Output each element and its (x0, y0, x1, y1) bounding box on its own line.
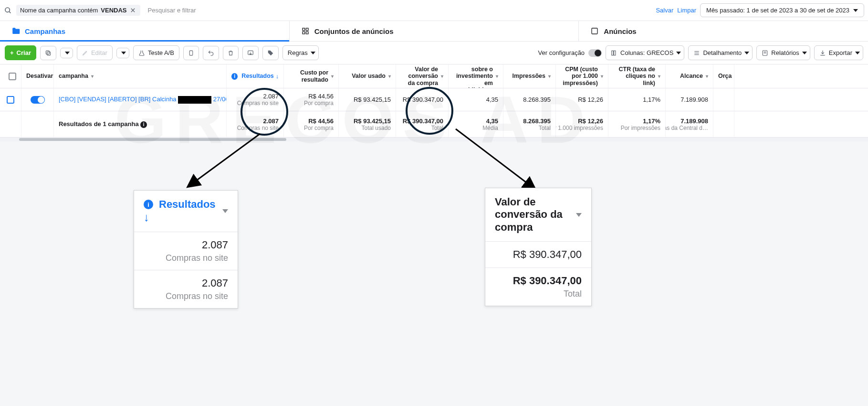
edit-dropdown[interactable] (116, 48, 129, 58)
svg-rect-13 (612, 51, 614, 55)
callout-value: R$ 390.347,00 (495, 248, 582, 261)
caret-down-icon (802, 52, 807, 54)
view-config-toggle[interactable] (588, 49, 602, 57)
filter-chip-value: VENDAS (101, 7, 126, 14)
toolbar: + Criar Editar Teste A/B Regras Ver conf… (0, 42, 868, 64)
tab-campaigns[interactable]: Campanhas (0, 21, 290, 41)
button-label: Regras (288, 49, 308, 56)
footer-roas: 4,35 Média (449, 111, 503, 137)
caret-down-icon (222, 209, 228, 213)
tab-label: Anúncios (604, 27, 636, 35)
campaign-name[interactable]: [CBO] [VENDAS] [ABERTO] [BR] Calcinha 27… (54, 88, 227, 111)
clear-filters-link[interactable]: Limpar (677, 7, 696, 14)
date-range-picker[interactable]: Mês passado: 1 de set de 2023 a 30 de se… (700, 3, 864, 17)
header-results[interactable]: i Resultados ↓ (227, 64, 284, 88)
button-label: Relatórios (771, 49, 799, 56)
filter-chip-campaign-name[interactable]: Nome da campanha contém VENDAS (16, 5, 140, 16)
cell-results: 2.087 Compras no site (227, 88, 284, 111)
button-label: Exportar (829, 49, 852, 56)
cell-spend: R$ 93.425,15 (339, 88, 396, 111)
footer-conv: R$ 390.347,00 Total (396, 111, 449, 137)
button-label: Editar (91, 49, 107, 56)
folder-icon (11, 27, 20, 35)
callout-sub: Total (495, 289, 582, 299)
entity-tabs: Campanhas Conjuntos de anúncios Anúncios (0, 21, 868, 42)
breakdown-button[interactable]: Detalhamento (688, 45, 753, 60)
svg-rect-4 (303, 28, 305, 31)
caret-down-icon (65, 52, 70, 54)
abtest-button[interactable]: Teste A/B (133, 45, 179, 60)
svg-rect-8 (592, 28, 597, 34)
horizontal-scrollbar[interactable] (0, 138, 868, 141)
header-impressions[interactable]: Impressões▾ (503, 64, 556, 88)
undo-button[interactable] (203, 46, 219, 60)
callout-title: Resultados (159, 198, 216, 211)
header-ctr[interactable]: CTR (taxa de cliques no link)▾ (608, 64, 666, 88)
export-data-button[interactable] (242, 46, 259, 60)
cell-impressions: 8.268.395 (503, 88, 556, 111)
caret-down-icon (676, 52, 681, 54)
tab-adsets[interactable]: Conjuntos de anúncios (290, 21, 579, 41)
sort-icon: ▾ (91, 74, 94, 79)
header-roas[interactable]: Retorno sobre o investimento em publicid… (449, 64, 503, 88)
columns-button[interactable]: Colunas: GRECOS (606, 45, 684, 60)
header-cost-per-result[interactable]: Custo por resultado▾ (284, 64, 339, 88)
header-amount-spent[interactable]: Valor usado▾ (339, 64, 396, 88)
redacted (178, 96, 211, 104)
table-footer: Resultados de 1 campanha i 2.087 Compras… (0, 111, 868, 138)
header-cpm[interactable]: CPM (custo por 1.000 impressões)▾ (556, 64, 608, 88)
cell-reach: 7.189.908 (666, 88, 713, 111)
duplicate-button[interactable] (40, 46, 56, 60)
button-label: Teste A/B (148, 49, 174, 56)
tab-ads[interactable]: Anúncios (579, 21, 868, 41)
tab-label: Campanhas (25, 27, 65, 35)
svg-rect-10 (46, 51, 49, 54)
button-label: Criar (17, 49, 31, 56)
copy-button[interactable] (183, 46, 199, 60)
ad-icon (590, 27, 599, 35)
button-label: Detalhamento (703, 49, 742, 56)
cell-cpm: R$ 12,26 (556, 88, 608, 111)
info-icon: i (231, 73, 238, 80)
export-button[interactable]: Exportar (814, 45, 863, 60)
header-reach[interactable]: Alcance▾ (666, 64, 713, 88)
date-range-label: Mês passado: 1 de set de 2023 a 30 de se… (706, 7, 849, 14)
search-input[interactable]: Pesquisar e filtrar (144, 7, 652, 14)
cell-cpr: R$ 44,56 Por compra (284, 88, 339, 111)
footer-spend: R$ 93.425,15 Total usado (339, 111, 396, 137)
header-checkbox[interactable] (0, 64, 21, 88)
scrollbar-thumb[interactable] (19, 138, 286, 141)
header-budget[interactable]: Orça (713, 64, 734, 88)
edit-button[interactable]: Editar (77, 45, 113, 60)
tag-button[interactable] (262, 46, 279, 60)
header-campaign[interactable]: campanha ▾ (54, 64, 227, 88)
save-filters-link[interactable]: Salvar (656, 7, 673, 14)
campaigns-table: Desativar campanha ▾ i Resultados ↓ Cust… (0, 64, 868, 141)
table-row[interactable]: [CBO] [VENDAS] [ABERTO] [BR] Calcinha 27… (0, 88, 868, 111)
info-icon[interactable]: i (140, 121, 147, 128)
caret-down-icon (576, 213, 582, 217)
tab-label: Conjuntos de anúncios (314, 27, 394, 35)
create-button[interactable]: + Criar (5, 45, 36, 60)
callout-value: R$ 390.347,00 (495, 275, 582, 287)
reports-button[interactable]: Relatórios (756, 45, 810, 60)
svg-rect-14 (614, 51, 616, 55)
rules-button[interactable]: Regras (282, 45, 319, 60)
svg-point-0 (5, 8, 10, 12)
table-header: Desativar campanha ▾ i Resultados ↓ Cust… (0, 64, 868, 88)
grid-icon (301, 27, 310, 35)
delete-button[interactable] (223, 46, 239, 60)
callout-value: 2.087 (144, 239, 228, 251)
caret-down-icon (855, 52, 860, 54)
close-icon[interactable] (130, 7, 136, 14)
footer-ctr: 1,17% Por impressões (608, 111, 666, 137)
cell-budget (713, 88, 734, 111)
duplicate-dropdown[interactable] (60, 48, 73, 58)
row-checkbox[interactable] (0, 88, 21, 111)
row-toggle[interactable] (21, 88, 54, 111)
header-toggle[interactable]: Desativar (21, 64, 54, 88)
svg-rect-6 (303, 32, 305, 34)
header-conversion-value[interactable]: Valor de conversão da compra▾ (396, 64, 449, 88)
caret-down-icon (744, 52, 749, 54)
view-config-label: Ver configuração (538, 49, 585, 56)
